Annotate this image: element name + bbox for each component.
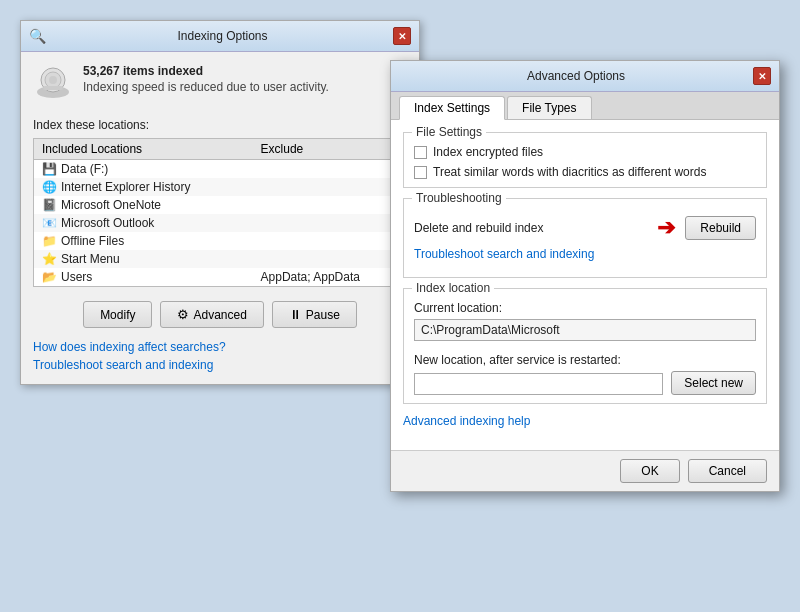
advanced-title-bar: Advanced Options ✕: [391, 61, 779, 92]
how-indexing-link[interactable]: How does indexing affect searches?: [33, 340, 407, 354]
rebuild-button[interactable]: Rebuild: [685, 216, 756, 240]
index-locations-label: Index these locations:: [33, 118, 407, 132]
status-section: 53,267 items indexed Indexing speed is r…: [33, 64, 407, 104]
advanced-indexing-help-link[interactable]: Advanced indexing help: [403, 414, 767, 428]
col-included: Included Locations: [34, 139, 253, 160]
indexing-title-bar: 🔍 Indexing Options ✕: [21, 21, 419, 52]
status-description: Indexing speed is reduced due to user ac…: [83, 80, 407, 94]
location-name: 📧Microsoft Outlook: [34, 214, 253, 232]
select-new-button[interactable]: Select new: [671, 371, 756, 395]
table-row: 📁Offline Files: [34, 232, 407, 250]
table-row: 📧Microsoft Outlook: [34, 214, 407, 232]
indexing-status-icon: [33, 64, 73, 104]
delete-rebuild-row: Delete and rebuild index ➔ Rebuild: [414, 215, 756, 241]
index-location-title: Index location: [412, 281, 494, 295]
col-exclude: Exclude: [253, 139, 407, 160]
svg-rect-4: [43, 86, 63, 90]
location-exclude: AppData; AppData: [253, 268, 407, 287]
item-count: 53,267 items indexed: [83, 64, 407, 78]
pause-icon: ⏸: [289, 307, 302, 322]
location-exclude: [253, 178, 407, 196]
tab-file-types[interactable]: File Types: [507, 96, 591, 119]
location-name: 📓Microsoft OneNote: [34, 196, 253, 214]
indexing-close-button[interactable]: ✕: [393, 27, 411, 45]
index-location-group: Index location Current location: New loc…: [403, 288, 767, 404]
status-text: 53,267 items indexed Indexing speed is r…: [83, 64, 407, 94]
indexing-body: 53,267 items indexed Indexing speed is r…: [21, 52, 419, 384]
locations-table: Included Locations Exclude 💾Data (F:) 🌐I…: [33, 138, 407, 287]
location-icon: 📁: [42, 234, 57, 248]
location-icon: 🌐: [42, 180, 57, 194]
table-row: 📂Users AppData; AppData: [34, 268, 407, 287]
diacritics-label: Treat similar words with diacritics as d…: [433, 165, 706, 179]
location-icon: 📧: [42, 216, 57, 230]
location-name: 💾Data (F:): [34, 160, 253, 179]
tab-index-settings[interactable]: Index Settings: [399, 96, 505, 120]
location-exclude: [253, 214, 407, 232]
current-location-input[interactable]: [414, 319, 756, 341]
table-row: 🌐Internet Explorer History: [34, 178, 407, 196]
encrypt-checkbox[interactable]: [414, 146, 427, 159]
location-exclude: [253, 232, 407, 250]
new-location-label: New location, after service is restarted…: [414, 353, 756, 367]
new-location-row: Select new: [414, 371, 756, 395]
svg-point-3: [49, 76, 57, 84]
advanced-body: File Settings Index encrypted files Trea…: [391, 120, 779, 450]
advanced-label: Advanced: [193, 308, 246, 322]
location-exclude: [253, 160, 407, 179]
location-name: 📂Users: [34, 268, 253, 287]
modify-button[interactable]: Modify: [83, 301, 152, 328]
advanced-window-title: Advanced Options: [399, 69, 753, 83]
delete-rebuild-label: Delete and rebuild index: [414, 221, 543, 235]
location-icon: 📂: [42, 270, 57, 284]
location-name: 🌐Internet Explorer History: [34, 178, 253, 196]
troubleshooting-group: Troubleshooting Delete and rebuild index…: [403, 198, 767, 278]
tab-bar: Index Settings File Types: [391, 92, 779, 120]
troubleshoot-link-main[interactable]: Troubleshoot search and indexing: [33, 358, 407, 372]
advanced-options-window: Advanced Options ✕ Index Settings File T…: [390, 60, 780, 492]
pause-label: Pause: [306, 308, 340, 322]
file-settings-group: File Settings Index encrypted files Trea…: [403, 132, 767, 188]
indexing-window-icon: 🔍: [29, 28, 46, 44]
encrypt-label: Index encrypted files: [433, 145, 543, 159]
location-icon: ⭐: [42, 252, 57, 266]
new-location-input[interactable]: [414, 373, 663, 395]
advanced-button[interactable]: ⚙ Advanced: [160, 301, 263, 328]
pause-button[interactable]: ⏸ Pause: [272, 301, 357, 328]
file-settings-title: File Settings: [412, 125, 486, 139]
diacritics-checkbox[interactable]: [414, 166, 427, 179]
indexing-footer: Modify ⚙ Advanced ⏸ Pause: [33, 301, 407, 328]
current-location-label: Current location:: [414, 301, 756, 315]
location-icon: 📓: [42, 198, 57, 212]
location-exclude: [253, 196, 407, 214]
checkbox-row-diacritics: Treat similar words with diacritics as d…: [414, 165, 756, 179]
cancel-button[interactable]: Cancel: [688, 459, 767, 483]
indexing-options-window: 🔍 Indexing Options ✕ 53,267 items indexe…: [20, 20, 420, 385]
indexing-links: How does indexing affect searches? Troub…: [33, 340, 407, 372]
location-name: 📁Offline Files: [34, 232, 253, 250]
table-row: 💾Data (F:): [34, 160, 407, 179]
red-arrow-icon: ➔: [657, 215, 675, 241]
table-row: ⭐Start Menu: [34, 250, 407, 268]
checkbox-row-encrypted: Index encrypted files: [414, 145, 756, 159]
rebuild-right: ➔ Rebuild: [657, 215, 756, 241]
location-icon: 💾: [42, 162, 57, 176]
new-location-input-block: [414, 373, 663, 395]
table-row: 📓Microsoft OneNote: [34, 196, 407, 214]
indexing-window-title: Indexing Options: [52, 29, 393, 43]
location-exclude: [253, 250, 407, 268]
troubleshoot-search-link[interactable]: Troubleshoot search and indexing: [414, 247, 594, 261]
advanced-dialog-footer: OK Cancel: [391, 450, 779, 491]
location-name: ⭐Start Menu: [34, 250, 253, 268]
troubleshooting-title: Troubleshooting: [412, 191, 506, 205]
advanced-close-button[interactable]: ✕: [753, 67, 771, 85]
ok-button[interactable]: OK: [620, 459, 679, 483]
advanced-icon: ⚙: [177, 307, 189, 322]
